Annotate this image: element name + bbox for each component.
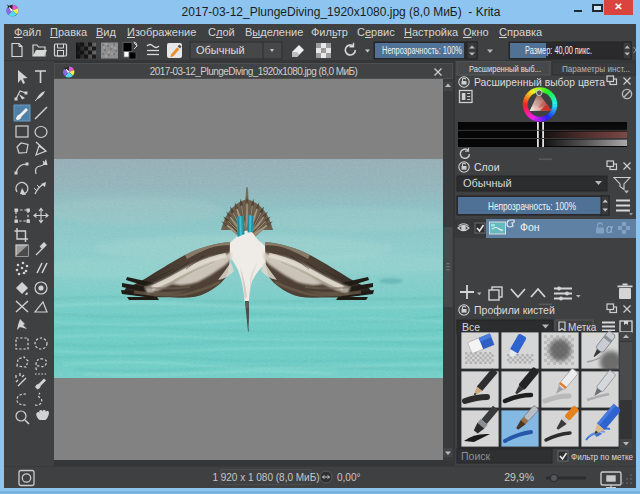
svg-text:Фон: Фон: [520, 221, 540, 233]
svg-text:Обычный: Обычный: [463, 177, 512, 189]
svg-text:Метка: Метка: [568, 322, 597, 333]
svg-text:Фильтр по метке: Фильтр по метке: [571, 451, 633, 462]
svg-text:α: α: [606, 222, 614, 236]
svg-text:Размер: 40,00 пикс.: Размер: 40,00 пикс.: [525, 45, 592, 56]
svg-text:0,00°: 0,00°: [337, 472, 360, 483]
svg-text:Обычный: Обычный: [196, 44, 245, 56]
svg-text:Непрозрачность: 100%: Непрозрачность: 100%: [488, 200, 576, 212]
svg-text:Слои: Слои: [474, 161, 500, 173]
svg-text:Расширенный выб...: Расширенный выб...: [469, 63, 541, 74]
svg-text:1 920 x 1 080 (8,0 МиБ): 1 920 x 1 080 (8,0 МиБ): [212, 472, 319, 483]
svg-text:Все: Все: [462, 321, 480, 333]
svg-text:Параметры инст...: Параметры инст...: [562, 63, 630, 74]
svg-text:Непрозрачность: 100%: Непрозрачность: 100%: [382, 45, 462, 56]
svg-text:Поиск: Поиск: [461, 450, 491, 462]
svg-text:29,9%: 29,9%: [504, 471, 534, 483]
svg-text:Расширенный выбор цвета: Расширенный выбор цвета: [474, 76, 605, 88]
svg-text:Профили кистей: Профили кистей: [474, 304, 555, 316]
